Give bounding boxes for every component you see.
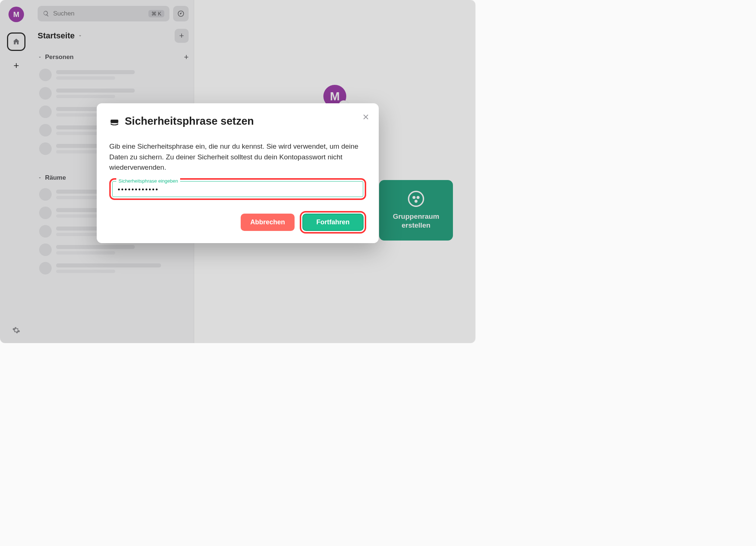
search-input[interactable] (53, 10, 145, 17)
passphrase-field-label: Sicherheitsphrase eingeben (116, 178, 180, 184)
svg-rect-5 (111, 120, 118, 123)
search-input-wrapper[interactable]: ⌘ K (38, 6, 169, 21)
close-icon (362, 114, 369, 120)
compass-icon (177, 10, 185, 17)
add-space-button[interactable]: + (13, 60, 19, 71)
highlight-continue-annotation: Fortfahren (300, 211, 366, 234)
passphrase-field-wrap: Sicherheitsphrase eingeben (112, 181, 363, 197)
continue-button[interactable]: Fortfahren (302, 214, 364, 231)
list-item (38, 66, 189, 84)
space-rail: M + (0, 0, 32, 343)
user-avatar-small[interactable]: M (8, 7, 24, 22)
add-person-button[interactable]: + (184, 52, 189, 62)
people-section-toggle[interactable]: Personen (38, 53, 73, 61)
passphrase-input[interactable] (118, 186, 358, 194)
chevron-down-icon (38, 176, 42, 180)
settings-button[interactable] (12, 326, 20, 336)
explore-button[interactable] (173, 6, 189, 21)
dialog-title: Sicherheitsphrase setzen (125, 115, 254, 127)
home-space-button[interactable] (7, 32, 25, 51)
list-item (38, 259, 189, 277)
group-icon (408, 191, 424, 207)
svg-point-2 (412, 196, 415, 199)
security-phrase-dialog: Sicherheitsphrase setzen Gib eine Sicher… (97, 103, 379, 243)
highlight-input-annotation: Sicherheitsphrase eingeben (109, 178, 366, 200)
chevron-down-icon (38, 55, 42, 59)
passphrase-icon (109, 116, 120, 127)
list-item (38, 241, 189, 259)
space-title[interactable]: Startseite (38, 31, 83, 41)
dialog-description: Gib eine Sicherheitsphrase ein, die nur … (109, 141, 366, 173)
create-group-card[interactable]: Gruppenraum erstellen (379, 180, 453, 241)
dialog-close-button[interactable] (362, 114, 369, 122)
svg-point-4 (415, 200, 417, 203)
cancel-button[interactable]: Abbrechen (241, 214, 295, 231)
search-icon (43, 10, 49, 17)
rooms-section-toggle[interactable]: Räume (38, 174, 66, 182)
search-shortcut-hint: ⌘ K (148, 10, 164, 17)
chevron-down-icon (78, 33, 83, 38)
gear-icon (12, 326, 20, 334)
space-menu-button[interactable]: + (175, 29, 189, 43)
home-icon (12, 38, 20, 46)
svg-point-1 (409, 191, 423, 206)
list-item (38, 84, 189, 103)
svg-point-3 (416, 196, 419, 199)
